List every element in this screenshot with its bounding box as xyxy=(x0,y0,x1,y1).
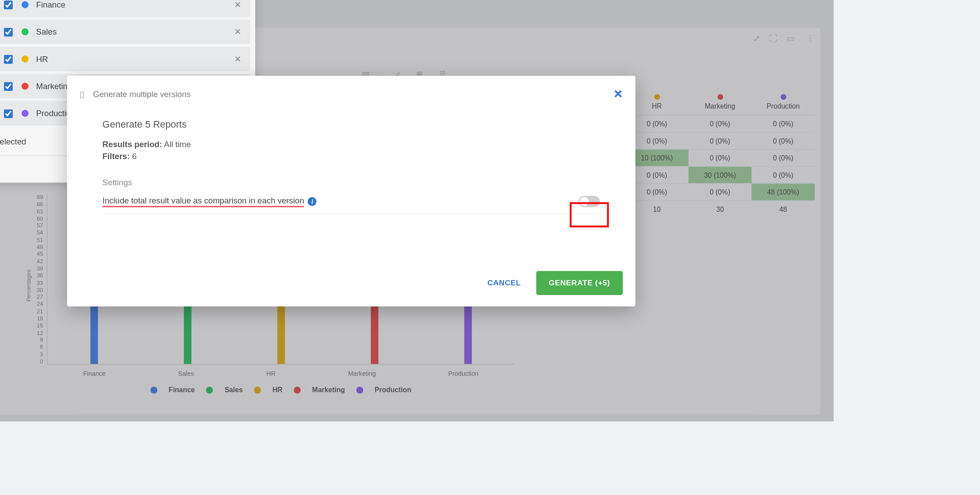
series-color-dot xyxy=(22,1,29,8)
series-label: Finance xyxy=(36,0,66,9)
remove-icon[interactable]: ✕ xyxy=(234,54,241,63)
table-cell: 30 (100%) xyxy=(689,166,752,183)
info-icon[interactable]: i xyxy=(308,197,317,206)
table-row: 0 (0%)0 (0%)48 (100%) xyxy=(625,183,815,200)
chart-yaxis: 0369121518212427303336394245485154576063… xyxy=(25,194,43,365)
setting-label: Include total result value as comparison… xyxy=(102,196,304,207)
settings-heading: Settings xyxy=(102,178,600,187)
modal-title: Generate multiple versions xyxy=(93,90,191,99)
document-icon: ▯ xyxy=(80,90,84,99)
table-cell: 0 (0%) xyxy=(751,132,815,149)
table-cell: 0 (0%) xyxy=(751,166,815,183)
cancel-button[interactable]: CANCEL xyxy=(488,279,521,288)
table-cell: 0 (0%) xyxy=(751,115,815,132)
table-cell: 0 (0%) xyxy=(751,149,815,166)
menu-icon[interactable]: ⋮ xyxy=(806,33,815,43)
table-cell: 0 (0%) xyxy=(689,132,752,149)
modal-heading: Generate 5 Reports xyxy=(102,119,600,129)
series-color-dot xyxy=(22,83,29,90)
series-checkbox[interactable] xyxy=(4,27,13,36)
table-col-header: Marketing xyxy=(689,89,752,115)
close-icon[interactable]: ▭ xyxy=(786,33,794,43)
setting-row: Include total result value as comparison… xyxy=(102,196,600,214)
series-color-dot xyxy=(22,55,29,62)
series-row[interactable]: ⠿ Sales ✕ xyxy=(0,19,250,44)
series-row[interactable]: ⠿ Finance ✕ xyxy=(0,0,250,17)
remove-icon[interactable]: ✕ xyxy=(234,27,241,36)
table-cell: 0 (0%) xyxy=(689,149,752,166)
tool-icon[interactable]: ⤢ xyxy=(753,33,760,43)
table-col-header: Production xyxy=(751,89,815,115)
close-icon[interactable]: ✕ xyxy=(613,87,623,101)
table-cell: 0 (0%) xyxy=(689,183,752,200)
table-cell: 30 xyxy=(689,200,752,218)
series-label: Sales xyxy=(36,27,57,36)
chart-xaxis: FinanceSalesHRMarketingProduction xyxy=(47,370,515,377)
series-label: HR xyxy=(36,54,48,63)
table-row: 0 (0%)0 (0%)0 (0%) xyxy=(625,132,815,149)
remove-icon[interactable]: ✕ xyxy=(234,0,241,9)
series-row[interactable]: ⠿ HR ✕ xyxy=(0,47,250,71)
selected-label: selected xyxy=(0,137,26,146)
series-checkbox[interactable] xyxy=(4,55,13,63)
series-checkbox[interactable] xyxy=(4,0,13,9)
include-total-toggle[interactable] xyxy=(578,196,600,207)
table-cell: 48 (100%) xyxy=(751,183,815,200)
chart-legend: FinanceSalesHRMarketingProduction xyxy=(47,386,515,394)
generate-modal: ▯ Generate multiple versions ✕ Generate … xyxy=(67,76,635,306)
table-row: 103048 xyxy=(625,200,815,218)
expand-icon[interactable]: ⛶ xyxy=(769,33,778,43)
series-checkbox[interactable] xyxy=(4,82,13,91)
series-checkbox[interactable] xyxy=(4,109,13,118)
table-cell: 48 xyxy=(751,200,815,218)
table-row: 0 (0%)0 (0%)0 (0%) xyxy=(625,115,815,132)
table-row: 0 (0%)30 (100%)0 (0%) xyxy=(625,166,815,183)
generate-button[interactable]: GENERATE (+5) xyxy=(536,271,623,295)
series-color-dot xyxy=(22,110,29,117)
table-cell: 0 (0%) xyxy=(689,115,752,132)
data-table: HRMarketingProduction 0 (0%)0 (0%)0 (0%)… xyxy=(625,89,815,217)
series-color-dot xyxy=(22,28,29,35)
table-row: 10 (100%)0 (0%)0 (0%) xyxy=(625,149,815,166)
